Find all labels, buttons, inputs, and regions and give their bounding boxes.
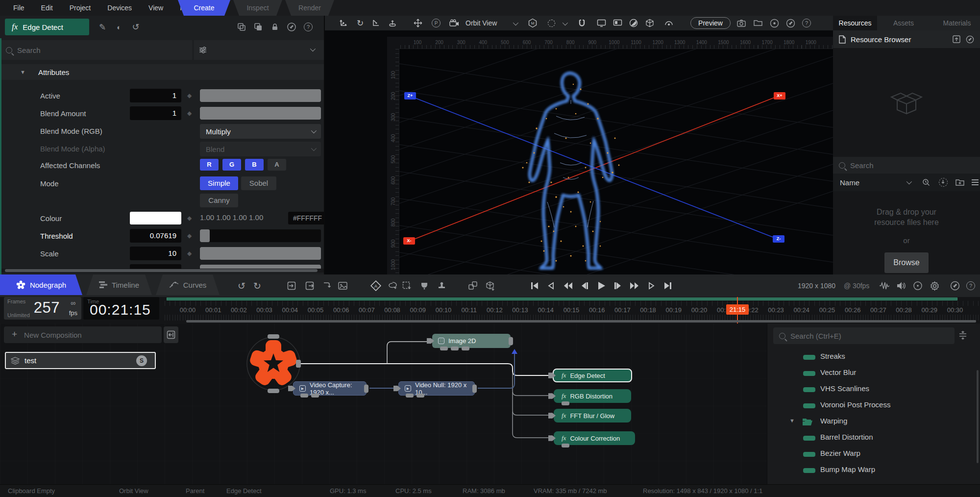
ink-drop-button[interactable]: [417, 278, 432, 293]
collapse-panel-button[interactable]: [164, 326, 178, 343]
tab-materials[interactable]: Materials: [935, 16, 979, 30]
speaker-icon[interactable]: [894, 278, 908, 293]
keyframe-diamond-icon[interactable]: ◆: [187, 110, 192, 117]
solo-badge[interactable]: S: [136, 355, 147, 366]
reset-icon[interactable]: ↺: [129, 21, 142, 33]
output-connector[interactable]: [364, 384, 368, 393]
output-connector[interactable]: [509, 337, 513, 345]
screenshot-camera-icon[interactable]: [735, 17, 747, 29]
resource-search-input[interactable]: [850, 161, 968, 170]
stamp-button[interactable]: [434, 278, 449, 293]
blend-amount-value-field[interactable]: 1: [130, 106, 181, 120]
input-connector[interactable]: [548, 412, 556, 420]
auto-import-icon[interactable]: [939, 178, 948, 187]
tab-curves[interactable]: Curves: [156, 274, 220, 295]
keyframe-diamond-icon[interactable]: ◆: [187, 215, 192, 222]
redo-button[interactable]: ↻: [250, 278, 265, 293]
composition-item-test[interactable]: test S: [5, 352, 156, 369]
sub-connector[interactable]: [416, 394, 424, 398]
attribute-search-input[interactable]: [17, 46, 171, 54]
dropzone[interactable]: Drag & drop your resource files here or …: [833, 191, 980, 274]
translate-gizmo-icon[interactable]: [338, 17, 350, 29]
channel-r-button[interactable]: R: [200, 159, 219, 171]
sub-connector[interactable]: [440, 347, 448, 350]
add-node-button[interactable]: [483, 278, 497, 293]
paste-icon[interactable]: [252, 21, 265, 33]
blend-amount-slider[interactable]: [200, 107, 321, 120]
sync-clock-icon[interactable]: [910, 278, 925, 293]
rename-icon[interactable]: ✎: [96, 21, 109, 33]
playhead-time-badge[interactable]: 21:15: [726, 304, 749, 315]
timecode-display[interactable]: Time 00:21:15: [83, 297, 159, 320]
input-connector[interactable]: [548, 435, 556, 442]
input-connector[interactable]: [548, 372, 556, 379]
move-tool-icon[interactable]: [412, 17, 424, 29]
node-fft-blur-glow[interactable]: fx FFT Blur / Glow: [554, 409, 631, 422]
tab-inspect[interactable]: Inspect: [233, 0, 282, 16]
shading-mode-icon[interactable]: [628, 17, 639, 29]
attributes-section-header[interactable]: ▼ Attributes: [1, 64, 325, 80]
new-composition-input[interactable]: [24, 331, 132, 339]
palette-item-vhs-scanlines[interactable]: VHS Scanlines: [767, 381, 973, 398]
enter-group-button[interactable]: [284, 278, 299, 293]
chevron-down-icon[interactable]: [906, 179, 912, 184]
sort-by-name[interactable]: Name: [840, 178, 859, 187]
menu-item-devices[interactable]: Devices: [99, 4, 140, 12]
keyframe-diamond-icon[interactable]: ◆: [187, 92, 192, 99]
chevron-down-icon[interactable]: [513, 20, 518, 25]
palette-search[interactable]: [773, 327, 955, 344]
scale-gizmo-icon[interactable]: [370, 17, 382, 29]
palette-filter-icon[interactable]: [958, 330, 967, 340]
folder-icon[interactable]: [752, 17, 764, 29]
menu-item-project[interactable]: Project: [61, 4, 99, 12]
record-icon[interactable]: [768, 17, 780, 29]
palette-search-input[interactable]: [790, 332, 935, 340]
framerate-display[interactable]: Frames Unlimited 257 ∞ fps: [4, 297, 81, 320]
palette-scrollbar[interactable]: [977, 370, 979, 463]
rotate-gizmo-icon[interactable]: ↻: [354, 17, 366, 29]
tab-timeline[interactable]: Timeline: [86, 274, 152, 295]
waveform-icon[interactable]: [877, 278, 892, 293]
tab-render[interactable]: Render: [285, 0, 334, 16]
threshold-value-field[interactable]: 0.07619: [130, 229, 181, 243]
sub-connector[interactable]: [311, 394, 319, 398]
environment-icon[interactable]: [663, 17, 675, 29]
mode-sobel-button[interactable]: Sobel: [241, 176, 276, 190]
timeline-scrollbar[interactable]: [186, 320, 976, 323]
transport-step-forward-button[interactable]: [611, 278, 625, 293]
marquee-select-button[interactable]: [399, 278, 414, 293]
transport-prev-keyframe-button[interactable]: [544, 278, 559, 293]
input-connector[interactable]: [288, 385, 295, 392]
sub-connector[interactable]: [451, 347, 459, 350]
mode-canny-button[interactable]: Canny: [200, 194, 238, 207]
viewport[interactable]: ↻ P Orbit View M: [325, 16, 833, 274]
blend-mode-rgb-dropdown[interactable]: Multiply: [200, 124, 321, 139]
menu-item-edit[interactable]: Edit: [33, 4, 61, 12]
input-connector[interactable]: [427, 337, 434, 345]
scale-slider[interactable]: [200, 247, 321, 260]
duplicate-node-button[interactable]: [466, 278, 480, 293]
recent-search-icon[interactable]: [922, 178, 930, 186]
sub-connector[interactable]: [406, 394, 414, 398]
sub-connector[interactable]: [300, 394, 308, 398]
channel-b-button[interactable]: B: [245, 159, 264, 171]
exit-group-button[interactable]: [302, 278, 317, 293]
active-slider[interactable]: [200, 89, 321, 102]
display-output-icon[interactable]: [595, 17, 607, 29]
preview-button[interactable]: Preview: [690, 17, 731, 29]
sub-connector[interactable]: [462, 347, 469, 350]
help-icon[interactable]: ?: [302, 21, 315, 33]
selection-mode-icon[interactable]: [545, 17, 557, 29]
pin-icon[interactable]: [285, 21, 298, 33]
menu-items[interactable]: FileEditProjectDevicesViewHelp: [5, 0, 202, 16]
node-colour-correction[interactable]: fx Colour Correction: [554, 431, 635, 445]
output-connector[interactable]: [472, 384, 477, 393]
palette-item-vector-blur[interactable]: Vector Blur: [767, 365, 973, 381]
path-tool-button[interactable]: [319, 278, 334, 293]
palette-item-voronoi-post-process[interactable]: Voronoi Post Process: [767, 398, 973, 414]
transport-skip-end-button[interactable]: [661, 278, 675, 293]
thumbnail-toggle-button[interactable]: [335, 278, 350, 293]
transport-step-back-button[interactable]: [577, 278, 592, 293]
input-connector[interactable]: [548, 393, 556, 400]
node-rgb-distortion[interactable]: fx RGB Distortion: [554, 389, 631, 403]
